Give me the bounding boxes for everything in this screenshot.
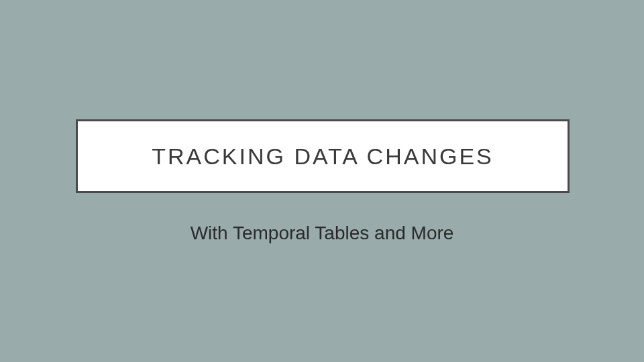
title-container: TRACKING DATA CHANGES <box>76 119 570 193</box>
slide-title: TRACKING DATA CHANGES <box>152 143 493 170</box>
slide-subtitle: With Temporal Tables and More <box>0 223 644 244</box>
